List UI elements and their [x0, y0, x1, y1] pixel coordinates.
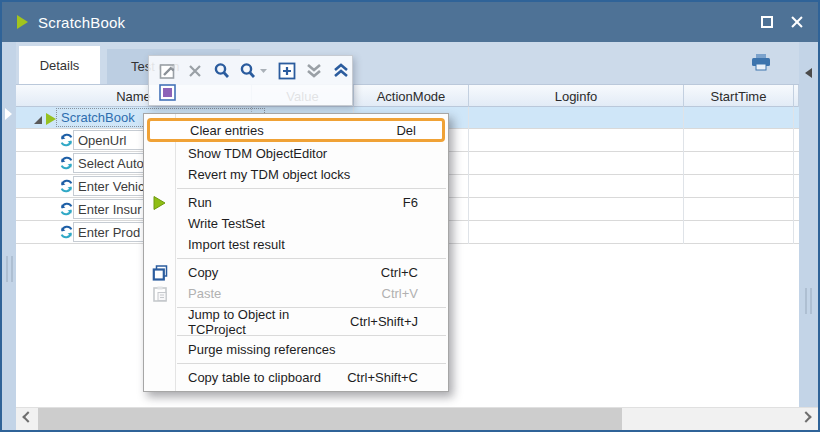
menu-item-label: Import test result: [188, 237, 285, 252]
delete-icon[interactable]: [185, 61, 204, 80]
menu-item-jump-to-object-in-tcproject[interactable]: Jump to Object in TCProjectCtrl+Shift+J: [144, 311, 448, 332]
printer-icon[interactable]: [751, 54, 771, 75]
left-panel-strip[interactable]: [2, 42, 16, 430]
floating-toolbar: [148, 55, 353, 106]
menu-item-shortcut: Del: [396, 123, 416, 138]
menu-item-label: Jump to Object in TCProject: [188, 307, 350, 337]
zoom-dropdown-icon[interactable]: [239, 61, 269, 80]
window-title: ScratchBook: [38, 14, 125, 31]
menu-item-copy[interactable]: CopyCtrl+C: [144, 262, 448, 283]
copy-icon: [152, 264, 169, 281]
menu-item-revert-tdm-object-locks[interactable]: Revert my TDM object locks: [144, 164, 448, 185]
tab-label: Details: [40, 58, 80, 73]
tree-expander-icon[interactable]: [34, 116, 42, 124]
menu-item-clear-entries[interactable]: Clear entriesDel: [147, 118, 445, 142]
menu-item-label: Write TestSet: [188, 216, 265, 231]
close-button[interactable]: [790, 15, 804, 29]
menu-item-label: Copy: [188, 265, 218, 280]
table-header-row: NameValueActionModeLoginfoStartTime: [16, 84, 799, 107]
scroll-right-icon[interactable]: [800, 411, 811, 422]
menu-separator: [177, 363, 446, 364]
menu-item-purge-missing-references[interactable]: Purge missing references: [144, 339, 448, 360]
menu-item-label: Copy table to clipboard: [188, 370, 321, 385]
menu-item-label: Paste: [188, 286, 221, 301]
horizontal-scrollbar[interactable]: [16, 407, 818, 430]
gridline: [468, 107, 469, 244]
refresh-icon: [59, 201, 74, 221]
column-header-starttime[interactable]: StartTime: [684, 85, 794, 107]
scrollbar-thumb[interactable]: [38, 408, 622, 430]
tab-strip: Test con Details: [16, 42, 799, 84]
menu-item-label: Clear entries: [190, 123, 264, 138]
play-icon: [17, 15, 28, 29]
refresh-icon: [59, 224, 74, 244]
column-header-actionmode[interactable]: ActionMode: [354, 85, 469, 107]
menu-item-show-tdm-objecteditor[interactable]: Show TDM ObjectEditor: [144, 143, 448, 164]
purple-swatch-icon[interactable]: [158, 83, 177, 102]
menu-item-shortcut: Ctrl+V: [382, 286, 418, 301]
tab-details[interactable]: Details: [19, 46, 100, 84]
gridline: [793, 107, 794, 244]
menu-item-paste[interactable]: PasteCtrl+V: [144, 283, 448, 304]
menu-separator: [177, 258, 446, 259]
right-strip-grip[interactable]: [805, 288, 812, 314]
context-menu: Clear entriesDelShow TDM ObjectEditorRev…: [143, 113, 449, 392]
right-panel-strip[interactable]: [799, 42, 818, 407]
edit-icon[interactable]: [158, 61, 177, 80]
column-header-loginfo[interactable]: Loginfo: [469, 85, 684, 107]
menu-item-label: Revert my TDM object locks: [188, 167, 350, 182]
scroll-left-icon[interactable]: [22, 411, 33, 422]
scratchbook-window: ScratchBook Test con Details NameValueAc…: [0, 0, 820, 432]
menu-separator: [177, 188, 446, 189]
left-strip-grip[interactable]: [6, 256, 13, 282]
panel-expander-icon[interactable]: [5, 108, 12, 120]
maximize-button[interactable]: [761, 16, 773, 28]
menu-item-shortcut: F6: [403, 195, 418, 210]
menu-item-write-testset[interactable]: Write TestSet: [144, 213, 448, 234]
gridline: [683, 107, 684, 244]
title-bar: ScratchBook: [2, 2, 818, 42]
menu-item-label: Purge missing references: [188, 342, 335, 357]
add-window-icon[interactable]: [277, 61, 296, 80]
menu-item-run[interactable]: RunF6: [144, 192, 448, 213]
menu-item-copy-table-to-clipboard[interactable]: Copy table to clipboardCtrl+Shift+C: [144, 367, 448, 388]
run-play-icon: [152, 195, 167, 210]
menu-item-shortcut: Ctrl+Shift+C: [347, 370, 418, 385]
menu-item-shortcut: Ctrl+C: [381, 265, 418, 280]
refresh-icon: [59, 178, 74, 198]
paste-icon: [152, 285, 168, 302]
menu-item-shortcut: Ctrl+Shift+J: [350, 314, 418, 329]
refresh-icon: [59, 155, 74, 175]
refresh-icon: [59, 132, 74, 152]
menu-item-label: Show TDM ObjectEditor: [188, 146, 327, 161]
menu-item-label: Run: [188, 195, 212, 210]
play-icon: [46, 113, 56, 125]
menu-item-import-test-result[interactable]: Import test result: [144, 234, 448, 255]
expand-all-icon[interactable]: [331, 61, 350, 80]
collapse-all-icon[interactable]: [304, 61, 323, 80]
zoom-icon[interactable]: [212, 61, 231, 80]
collapse-panel-icon[interactable]: [805, 68, 812, 78]
